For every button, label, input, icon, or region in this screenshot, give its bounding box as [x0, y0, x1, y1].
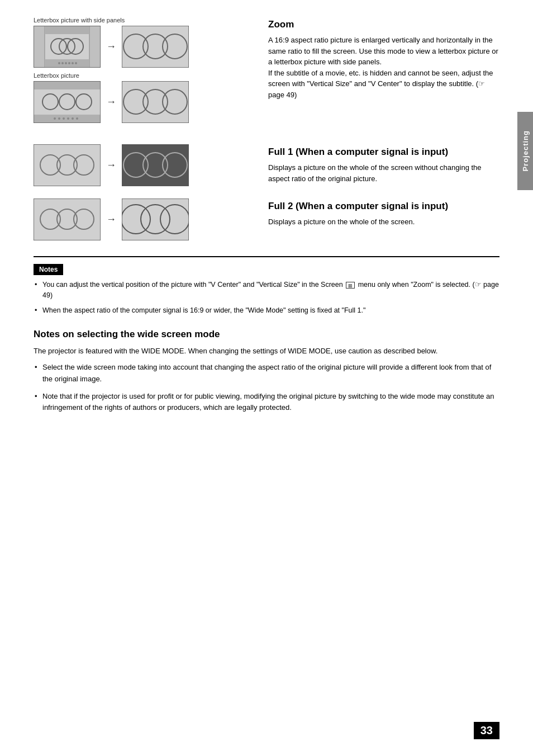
svg-point-31 [76, 117, 78, 120]
diagram-row-3: → [34, 144, 246, 186]
notes-label: Notes [34, 264, 63, 275]
svg-rect-1 [34, 26, 45, 68]
svg-point-30 [72, 117, 74, 120]
letterbox-panels-label: Letterbox picture with side panels [34, 17, 246, 23]
svg-rect-33 [122, 81, 189, 123]
side-tab: Projecting [517, 112, 533, 190]
svg-rect-22 [34, 115, 101, 123]
full2-body: Displays a picture on the whole of the s… [268, 216, 499, 228]
note-item-1: You can adjust the vertical position of … [34, 280, 499, 301]
diagram-source-4 [34, 199, 101, 240]
right-text-zoom: Zoom A 16:9 aspect ratio picture is enla… [268, 17, 499, 127]
arrow-1: → [106, 41, 116, 53]
svg-point-11 [68, 62, 70, 64]
arrow-4: → [106, 214, 116, 225]
svg-rect-2 [89, 26, 101, 68]
svg-rect-15 [122, 26, 189, 68]
svg-point-12 [72, 62, 74, 64]
side-tab-label: Projecting [521, 130, 530, 172]
svg-rect-43 [122, 144, 189, 186]
svg-point-26 [54, 117, 56, 120]
full1-body: Displays a picture on the whole of the s… [268, 162, 499, 184]
full1-title: Full 1 (When a computer signal is input) [268, 147, 499, 158]
middle-right-full2: Full 2 (When a computer signal is input)… [268, 199, 499, 245]
diagram-source-2 [34, 81, 101, 123]
middle-left-full1: → [34, 144, 246, 193]
svg-point-10 [65, 62, 67, 64]
middle-section-full1: → Full 1 (When a computer signal is inpu… [34, 144, 499, 193]
diagram-source-3 [34, 144, 101, 186]
svg-rect-21 [34, 81, 101, 89]
top-section: Letterbox picture with side panels [34, 17, 499, 127]
middle-right-full1: Full 1 (When a computer signal is input)… [268, 144, 499, 193]
svg-rect-38 [34, 144, 101, 186]
diagram-result-4 [122, 199, 189, 240]
diagram-result-1 [122, 26, 189, 68]
page-container: Projecting Letterbox picture with side p… [0, 0, 533, 756]
letterbox-picture-label: Letterbox picture [34, 72, 246, 79]
wide-section-title: Notes on selecting the wide screen mode [34, 329, 499, 340]
wide-screen-section: Notes on selecting the wide screen mode … [34, 329, 499, 414]
svg-point-8 [58, 62, 60, 64]
middle-left-full2: → [34, 199, 246, 245]
zoom-body: A 16:9 aspect ratio picture is enlarged … [268, 35, 499, 100]
svg-point-29 [67, 117, 69, 120]
diagram-result-3 [122, 144, 189, 186]
svg-rect-4 [45, 59, 89, 68]
svg-point-28 [63, 117, 65, 120]
notes-section: Notes You can adjust the vertical positi… [34, 256, 499, 315]
diagram-source-1 [34, 26, 101, 68]
svg-point-13 [75, 62, 77, 64]
arrow-3: → [106, 159, 116, 171]
left-diagrams-top: Letterbox picture with side panels [34, 17, 246, 127]
zoom-title: Zoom [268, 19, 499, 30]
diagram-result-2 [122, 81, 189, 123]
diagram-row-4: → [34, 199, 246, 240]
middle-section-full2: → Full 2 (When a computer signal is inpu… [34, 199, 499, 245]
wide-note-2: Note that if the projector is used for p… [34, 391, 499, 414]
svg-rect-3 [45, 26, 89, 34]
svg-point-27 [58, 117, 60, 120]
svg-point-9 [61, 62, 64, 64]
arrow-2: → [106, 96, 116, 108]
svg-rect-48 [34, 199, 101, 240]
note-item-2: When the aspect ratio of the computer si… [34, 305, 499, 316]
diagram-row-1: → [34, 26, 246, 68]
wide-note-1: Select the wide screen mode taking into … [34, 362, 499, 385]
page-number: 33 [474, 722, 499, 739]
diagram-row-2: → [34, 81, 246, 123]
full2-title: Full 2 (When a computer signal is input) [268, 201, 499, 212]
wide-section-intro: The projector is featured with the WIDE … [34, 346, 499, 357]
